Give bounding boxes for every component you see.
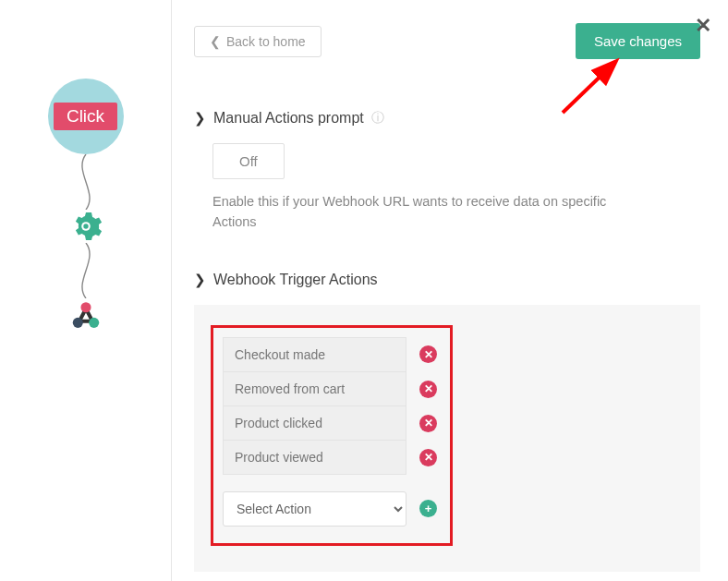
trigger-action-label: Removed from cart: [223, 372, 406, 406]
remove-action-button[interactable]: ✕: [419, 381, 437, 398]
manual-actions-title: Manual Actions prompt: [213, 110, 364, 127]
connector-1: [67, 154, 104, 210]
trigger-actions-title: Webhook Trigger Actions: [213, 272, 378, 288]
click-node[interactable]: Click: [48, 79, 124, 154]
remove-action-button[interactable]: ✕: [419, 415, 437, 432]
trigger-action-row: Checkout made ✕: [223, 337, 437, 372]
trigger-action-label: Product viewed: [223, 441, 406, 475]
highlight-box: Checkout made ✕ Removed from cart ✕ Prod…: [211, 325, 453, 546]
chevron-left-icon: ❮: [210, 34, 221, 49]
trigger-action-row: Product viewed ✕: [223, 441, 437, 475]
chevron-right-icon: ❯: [194, 272, 206, 288]
gear-node[interactable]: [69, 210, 103, 243]
svg-point-1: [83, 224, 88, 228]
click-node-label: Click: [54, 103, 117, 130]
trigger-action-label: Checkout made: [223, 337, 406, 372]
svg-point-2: [80, 302, 91, 312]
webhook-node[interactable]: [67, 298, 104, 335]
svg-line-6: [563, 63, 614, 113]
flow-sidebar: Click: [0, 0, 171, 581]
chevron-right-icon: ❯: [194, 110, 206, 127]
manual-actions-helper: Enable this if your Webhook URL wants to…: [212, 192, 610, 233]
trigger-action-row: Product clicked ✕: [223, 406, 437, 441]
gear-icon: [69, 210, 103, 243]
trigger-action-row: Removed from cart ✕: [223, 372, 437, 406]
select-action-dropdown[interactable]: Select Action: [223, 491, 406, 527]
back-button-label: Back to home: [226, 34, 306, 49]
trigger-action-label: Product clicked: [223, 406, 406, 441]
connector-2: [67, 243, 104, 298]
info-icon[interactable]: ⓘ: [371, 110, 384, 127]
remove-action-button[interactable]: ✕: [419, 345, 437, 363]
svg-point-4: [89, 318, 99, 328]
trigger-actions-header[interactable]: ❯ Webhook Trigger Actions: [194, 272, 700, 288]
save-changes-button[interactable]: Save changes: [576, 23, 700, 59]
trigger-actions-panel: Checkout made ✕ Removed from cart ✕ Prod…: [194, 305, 700, 572]
manual-actions-header[interactable]: ❯ Manual Actions prompt ⓘ: [194, 110, 700, 127]
close-icon[interactable]: ✕: [695, 14, 711, 38]
top-toolbar: ❮ Back to home Save changes: [194, 23, 700, 59]
webhook-icon: [68, 299, 103, 334]
add-action-button[interactable]: +: [419, 500, 437, 517]
remove-action-button[interactable]: ✕: [419, 449, 437, 466]
manual-actions-toggle[interactable]: Off: [212, 143, 285, 179]
add-action-row: Select Action +: [223, 491, 437, 527]
main-panel: ✕ ❮ Back to home Save changes ❯ Manual A…: [171, 0, 728, 581]
svg-point-3: [72, 318, 82, 328]
back-to-home-button[interactable]: ❮ Back to home: [194, 26, 322, 57]
